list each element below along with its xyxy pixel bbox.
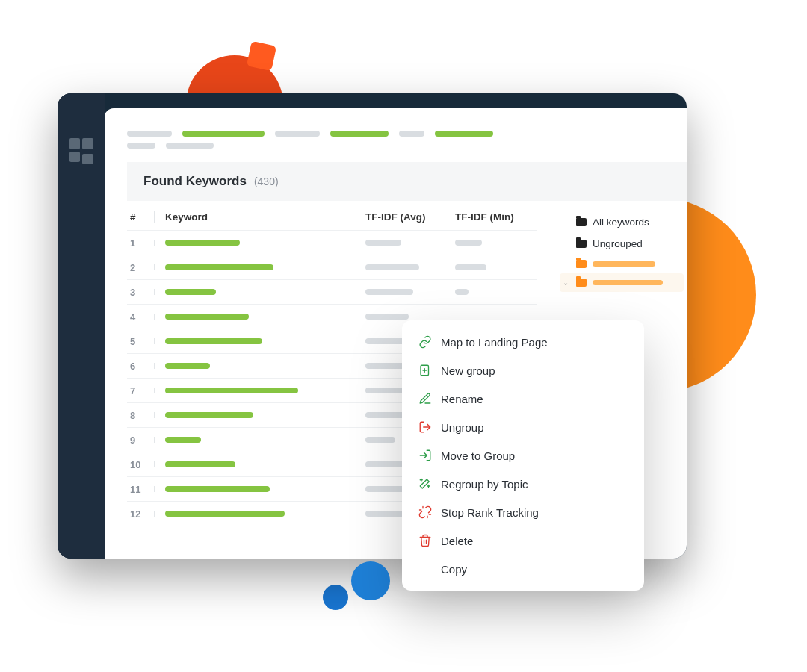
folder-icon — [576, 279, 587, 287]
folder-icon — [576, 260, 587, 268]
row-avg — [365, 314, 455, 320]
menu-rename[interactable]: Rename — [402, 385, 644, 413]
panel-header: Found Keywords (430) — [127, 162, 687, 201]
row-index: 12 — [127, 508, 154, 520]
folder-icon — [576, 218, 587, 226]
row-keyword — [154, 264, 365, 270]
menu-label: Move to Group — [441, 449, 515, 462]
edit-icon — [418, 392, 432, 405]
dashboard-icon[interactable] — [69, 138, 93, 162]
row-index: 5 — [127, 336, 154, 347]
row-keyword — [154, 289, 365, 295]
menu-label: Ungroup — [441, 421, 484, 434]
context-menu: Map to Landing Page New group Rename Ung… — [402, 320, 644, 591]
col-tfidf-min[interactable]: TF-IDF (Min) — [455, 211, 537, 223]
menu-new-group[interactable]: New group — [402, 356, 644, 385]
breadcrumb-placeholder — [399, 131, 424, 137]
breadcrumb-placeholder — [166, 143, 214, 149]
row-min — [455, 289, 537, 295]
group-placeholder — [593, 261, 655, 267]
menu-label: Rename — [441, 393, 483, 405]
group-custom[interactable] — [560, 255, 684, 273]
link-icon — [418, 335, 432, 349]
row-keyword — [154, 314, 365, 320]
menu-label: Map to Landing Page — [441, 336, 548, 349]
menu-label: Regroup by Topic — [441, 478, 528, 491]
row-index: 1 — [127, 237, 154, 249]
row-avg — [365, 264, 455, 270]
row-avg — [365, 289, 455, 295]
group-placeholder — [593, 280, 663, 285]
group-all-keywords[interactable]: All keywords — [560, 211, 684, 233]
row-keyword — [154, 388, 365, 393]
row-avg — [365, 240, 455, 246]
copy-icon — [418, 562, 432, 576]
chevron-down-icon: ⌄ — [563, 279, 570, 287]
menu-ungroup[interactable]: Ungroup — [402, 413, 644, 441]
row-keyword — [154, 437, 365, 443]
row-keyword — [154, 486, 365, 492]
breadcrumb-placeholder — [127, 143, 155, 149]
unlink-icon — [418, 505, 432, 519]
folder-icon — [576, 240, 587, 248]
row-keyword — [154, 240, 365, 246]
row-index: 7 — [127, 385, 154, 396]
group-label: All keywords — [593, 217, 649, 228]
decoration-circle — [323, 585, 348, 610]
breadcrumb — [127, 131, 687, 137]
decoration-square — [247, 41, 276, 71]
row-index: 8 — [127, 410, 154, 421]
table-header: # Keyword TF-IDF (Avg) TF-IDF (Min) — [127, 201, 537, 230]
breadcrumb-placeholder — [330, 131, 389, 137]
col-tfidf-avg[interactable]: TF-IDF (Avg) — [365, 211, 455, 223]
table-row[interactable]: 1 — [127, 230, 537, 255]
logout-icon — [418, 420, 432, 434]
row-keyword — [154, 338, 365, 344]
menu-stop-tracking[interactable]: Stop Rank Tracking — [402, 498, 644, 526]
row-keyword — [154, 461, 365, 467]
group-custom-selected[interactable]: ⌄ — [560, 273, 684, 292]
row-keyword — [154, 363, 365, 369]
magic-icon — [418, 477, 432, 491]
row-keyword — [154, 412, 365, 418]
group-label: Ungrouped — [593, 238, 643, 249]
login-icon — [418, 449, 432, 462]
breadcrumb-placeholder — [127, 131, 172, 137]
row-index: 4 — [127, 311, 154, 323]
row-index: 2 — [127, 262, 154, 273]
menu-label: New group — [441, 364, 495, 377]
add-file-icon — [418, 364, 432, 377]
row-keyword — [154, 511, 365, 517]
row-index: 11 — [127, 484, 154, 495]
col-keyword[interactable]: Keyword — [154, 211, 365, 223]
table-row[interactable]: 2 — [127, 255, 537, 279]
menu-move-group[interactable]: Move to Group — [402, 441, 644, 470]
panel-count: (430) — [254, 175, 279, 187]
panel-title: Found Keywords — [143, 174, 247, 189]
group-ungrouped[interactable]: Ungrouped — [560, 233, 684, 255]
trash-icon — [418, 534, 432, 547]
row-index: 6 — [127, 361, 154, 372]
menu-map-landing[interactable]: Map to Landing Page — [402, 328, 644, 356]
decoration-circle — [351, 561, 390, 600]
row-min — [455, 264, 537, 270]
menu-label: Copy — [441, 563, 467, 576]
breadcrumb-placeholder — [275, 131, 320, 137]
breadcrumb-placeholder — [435, 131, 493, 137]
breadcrumb-placeholder — [182, 131, 265, 137]
menu-delete[interactable]: Delete — [402, 526, 644, 555]
menu-regroup-topic[interactable]: Regroup by Topic — [402, 470, 644, 498]
breadcrumb-second-row — [127, 143, 687, 149]
menu-copy[interactable]: Copy — [402, 555, 644, 583]
row-index: 10 — [127, 459, 154, 470]
row-index: 9 — [127, 435, 154, 446]
row-min — [455, 240, 537, 246]
table-row[interactable]: 3 — [127, 279, 537, 304]
sidebar — [58, 93, 105, 559]
menu-label: Delete — [441, 535, 473, 547]
row-index: 3 — [127, 287, 154, 298]
menu-label: Stop Rank Tracking — [441, 506, 539, 519]
col-index[interactable]: # — [127, 211, 154, 223]
